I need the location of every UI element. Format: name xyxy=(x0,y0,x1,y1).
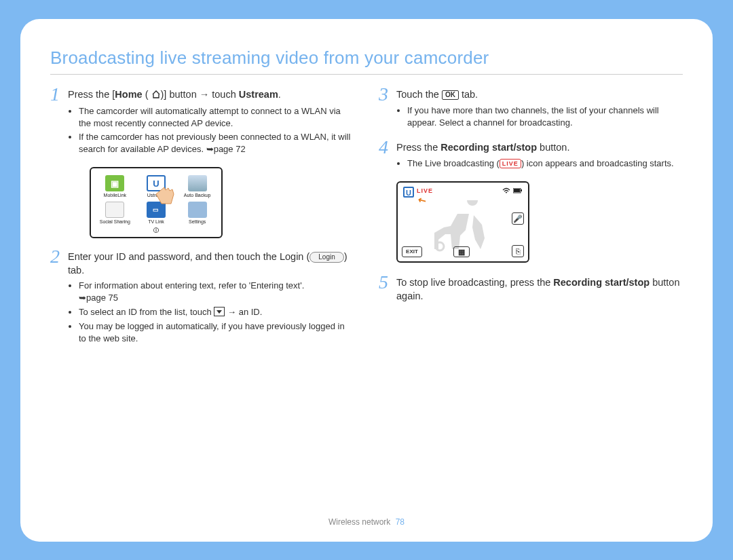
left-column: 1 Press the [Home ( )] button → touch Us… xyxy=(50,87,354,356)
step-body: Press the [Home ( )] button → touch Ustr… xyxy=(68,87,354,157)
menu-grid: ▣MobileLink UUstream Auto Backup Social … xyxy=(96,175,216,224)
mic-button-graphic: 🎤 xyxy=(512,212,524,225)
mobilelink-icon: ▣ xyxy=(105,175,124,191)
ustream-icon: U xyxy=(147,175,166,191)
person-silhouette xyxy=(432,200,500,253)
step-bullets: The Live broadcasting (LIVE) icon appear… xyxy=(407,157,683,170)
step-number: 2 xyxy=(50,249,68,347)
bullet: If the camcorder has not previously been… xyxy=(79,131,354,155)
page-number: 78 xyxy=(396,517,405,527)
divider xyxy=(50,74,683,75)
page-ref-icon: ➥ xyxy=(79,293,86,303)
step-body: Touch the OK tab. If you have more than … xyxy=(396,87,683,130)
bullet: To select an ID from the list, touch → a… xyxy=(79,306,354,318)
step-body: To stop live broadcasting, press the Rec… xyxy=(396,275,683,305)
page-footer: Wireless network 78 xyxy=(20,517,713,527)
step-lead: Press the [Home ( )] button → touch Ustr… xyxy=(68,88,354,102)
footer-section: Wireless network xyxy=(328,517,390,527)
step-body: Press the Recording start/stop button. T… xyxy=(396,140,683,172)
step-lead: Touch the OK tab. xyxy=(396,88,683,102)
exit-door-icon: ⎘ xyxy=(512,245,524,257)
gallery-button-graphic: ▦ xyxy=(453,246,470,257)
bullet: If you have more than two channels, the … xyxy=(407,105,683,129)
svg-rect-1 xyxy=(521,189,522,191)
step-number: 4 xyxy=(379,140,396,172)
dropdown-icon xyxy=(214,307,225,316)
menu-item-tvlink: ▭TV Link xyxy=(138,202,175,224)
live-badge-graphic: LIVE xyxy=(500,159,521,168)
autobackup-icon xyxy=(188,175,207,191)
ustream-badge: U xyxy=(403,187,414,198)
step-number: 1 xyxy=(50,87,68,157)
bullet: For information about entering text, ref… xyxy=(79,280,354,304)
menu-item-ustream: UUstream xyxy=(138,175,175,198)
step-body: Enter your ID and password, and then tou… xyxy=(68,249,354,347)
settings-icon xyxy=(188,202,207,218)
bullet: The Live broadcasting (LIVE) icon appear… xyxy=(407,157,683,170)
live-text: LIVE xyxy=(417,187,433,194)
manual-page: Broadcasting live streaming video from y… xyxy=(20,19,713,542)
home-menu-illustration: ▣MobileLink UUstream Auto Backup Social … xyxy=(90,167,223,238)
step-lead: To stop live broadcasting, press the Rec… xyxy=(396,276,683,303)
cursor-arrow-icon: ↖ xyxy=(416,193,428,207)
step-bullets: If you have more than two channels, the … xyxy=(407,105,683,129)
home-icon xyxy=(151,89,161,102)
bullet: You may be logged in automatically, if y… xyxy=(79,320,354,345)
menu-item-autobackup: Auto Backup xyxy=(178,175,216,198)
info-icon: ⓘ xyxy=(96,227,216,234)
step-number: 3 xyxy=(379,87,396,130)
menu-item-socialsharing: Social Sharing xyxy=(96,202,134,224)
content-columns: 1 Press the [Home ( )] button → touch Us… xyxy=(50,87,683,356)
step-bullets: The camcorder will automatically attempt… xyxy=(79,105,354,156)
step-4: 4 Press the Recording start/stop button.… xyxy=(379,140,683,172)
login-button-graphic: Login xyxy=(309,252,343,263)
status-icons xyxy=(502,187,523,195)
socialsharing-icon xyxy=(105,202,124,218)
bullet: The camcorder will automatically attempt… xyxy=(79,105,354,130)
step-lead: Press the Recording start/stop button. xyxy=(396,141,683,155)
tvlink-icon: ▭ xyxy=(147,202,166,218)
right-column: 3 Touch the OK tab. If you have more tha… xyxy=(379,87,683,356)
wifi-icon xyxy=(502,187,510,195)
step-lead: Enter your ID and password, and then tou… xyxy=(68,250,354,277)
step-number: 5 xyxy=(379,275,396,305)
step-2: 2 Enter your ID and password, and then t… xyxy=(50,249,354,347)
page-title: Broadcasting live streaming video from y… xyxy=(50,48,683,69)
menu-item-mobilelink: ▣MobileLink xyxy=(96,175,134,198)
live-broadcast-illustration: U LIVE ↖ 🎤 ⎘ EXIT ▦ xyxy=(396,181,529,263)
battery-icon xyxy=(513,187,523,195)
step-3: 3 Touch the OK tab. If you have more tha… xyxy=(379,87,683,130)
exit-button-graphic: EXIT xyxy=(402,246,422,257)
svg-rect-2 xyxy=(514,189,520,192)
menu-item-settings: Settings xyxy=(178,202,216,224)
step-1: 1 Press the [Home ( )] button → touch Us… xyxy=(50,87,354,157)
ok-button-graphic: OK xyxy=(442,90,459,100)
step-bullets: For information about entering text, ref… xyxy=(79,280,354,345)
page-ref-icon: ➥ xyxy=(206,144,214,154)
step-5: 5 To stop live broadcasting, press the R… xyxy=(379,275,683,305)
